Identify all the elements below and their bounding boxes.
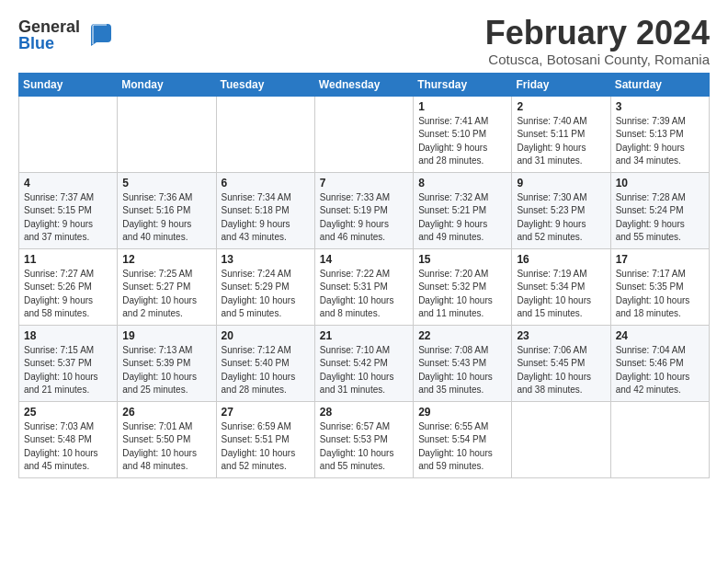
logo-icon: [84, 20, 113, 50]
day-number: 22: [418, 329, 506, 342]
day-info: Sunrise: 7:39 AM Sunset: 5:13 PM Dayligh…: [616, 115, 704, 168]
weekday-sunday: Sunday: [19, 73, 118, 96]
calendar-body: 1Sunrise: 7:41 AM Sunset: 5:10 PM Daylig…: [19, 96, 710, 477]
day-number: 15: [418, 253, 506, 266]
calendar-cell: 13Sunrise: 7:24 AM Sunset: 5:29 PM Dayli…: [216, 248, 314, 325]
calendar-cell: 4Sunrise: 7:37 AM Sunset: 5:15 PM Daylig…: [19, 172, 118, 248]
calendar-cell: 26Sunrise: 7:01 AM Sunset: 5:50 PM Dayli…: [118, 401, 216, 477]
calendar-cell: [610, 401, 709, 477]
calendar-header: Sunday Monday Tuesday Wednesday Thursday…: [19, 73, 710, 96]
calendar-cell: 18Sunrise: 7:15 AM Sunset: 5:37 PM Dayli…: [19, 325, 118, 401]
week-row-3: 18Sunrise: 7:15 AM Sunset: 5:37 PM Dayli…: [19, 325, 710, 401]
calendar-cell: 28Sunrise: 6:57 AM Sunset: 5:53 PM Dayli…: [314, 401, 413, 477]
day-info: Sunrise: 7:08 AM Sunset: 5:43 PM Dayligh…: [418, 344, 506, 397]
day-info: Sunrise: 7:25 AM Sunset: 5:27 PM Dayligh…: [122, 268, 210, 321]
day-number: 2: [517, 100, 605, 113]
day-number: 8: [418, 177, 506, 190]
day-info: Sunrise: 7:22 AM Sunset: 5:31 PM Dayligh…: [320, 268, 408, 321]
weekday-friday: Friday: [512, 73, 610, 96]
logo-text: General Blue: [18, 18, 80, 52]
day-number: 27: [222, 406, 310, 419]
week-row-4: 25Sunrise: 7:03 AM Sunset: 5:48 PM Dayli…: [19, 401, 710, 477]
calendar-cell: [19, 96, 118, 172]
day-info: Sunrise: 7:12 AM Sunset: 5:40 PM Dayligh…: [222, 344, 310, 397]
week-row-1: 4Sunrise: 7:37 AM Sunset: 5:15 PM Daylig…: [19, 172, 710, 248]
calendar-cell: 10Sunrise: 7:28 AM Sunset: 5:24 PM Dayli…: [610, 172, 709, 248]
day-number: 12: [122, 253, 210, 266]
calendar-cell: [216, 96, 314, 172]
day-info: Sunrise: 7:15 AM Sunset: 5:37 PM Dayligh…: [24, 344, 112, 397]
weekday-tuesday: Tuesday: [216, 73, 314, 96]
day-info: Sunrise: 6:59 AM Sunset: 5:51 PM Dayligh…: [222, 420, 310, 474]
calendar-cell: 1Sunrise: 7:41 AM Sunset: 5:10 PM Daylig…: [414, 96, 512, 172]
day-info: Sunrise: 7:33 AM Sunset: 5:19 PM Dayligh…: [320, 191, 408, 245]
day-number: 23: [517, 329, 605, 342]
calendar-cell: 23Sunrise: 7:06 AM Sunset: 5:45 PM Dayli…: [512, 325, 610, 401]
calendar: Sunday Monday Tuesday Wednesday Thursday…: [18, 73, 710, 478]
day-info: Sunrise: 6:57 AM Sunset: 5:53 PM Dayligh…: [320, 420, 408, 474]
week-row-0: 1Sunrise: 7:41 AM Sunset: 5:10 PM Daylig…: [19, 96, 710, 172]
calendar-cell: 29Sunrise: 6:55 AM Sunset: 5:54 PM Dayli…: [414, 401, 512, 477]
calendar-cell: 12Sunrise: 7:25 AM Sunset: 5:27 PM Dayli…: [118, 248, 216, 325]
page: General Blue February 2024 Cotusca, Boto…: [0, 0, 728, 488]
day-info: Sunrise: 7:36 AM Sunset: 5:16 PM Dayligh…: [122, 191, 210, 245]
calendar-cell: 24Sunrise: 7:04 AM Sunset: 5:46 PM Dayli…: [610, 325, 709, 401]
day-number: 3: [616, 100, 704, 113]
calendar-cell: 19Sunrise: 7:13 AM Sunset: 5:39 PM Dayli…: [118, 325, 216, 401]
day-number: 1: [418, 100, 506, 113]
calendar-cell: 20Sunrise: 7:12 AM Sunset: 5:40 PM Dayli…: [216, 325, 314, 401]
calendar-cell: [118, 96, 216, 172]
calendar-cell: 9Sunrise: 7:30 AM Sunset: 5:23 PM Daylig…: [512, 172, 610, 248]
logo-general: General: [18, 18, 80, 35]
calendar-cell: 7Sunrise: 7:33 AM Sunset: 5:19 PM Daylig…: [314, 172, 413, 248]
calendar-cell: 11Sunrise: 7:27 AM Sunset: 5:26 PM Dayli…: [19, 248, 118, 325]
day-number: 10: [616, 177, 704, 190]
weekday-wednesday: Wednesday: [314, 73, 413, 96]
day-number: 6: [222, 177, 310, 190]
day-info: Sunrise: 7:34 AM Sunset: 5:18 PM Dayligh…: [222, 191, 310, 245]
day-info: Sunrise: 7:27 AM Sunset: 5:26 PM Dayligh…: [24, 268, 112, 321]
day-info: Sunrise: 7:10 AM Sunset: 5:42 PM Dayligh…: [320, 344, 408, 397]
calendar-cell: 14Sunrise: 7:22 AM Sunset: 5:31 PM Dayli…: [314, 248, 413, 325]
day-info: Sunrise: 7:24 AM Sunset: 5:29 PM Dayligh…: [222, 268, 310, 321]
day-number: 5: [122, 177, 210, 190]
day-info: Sunrise: 7:20 AM Sunset: 5:32 PM Dayligh…: [418, 268, 506, 321]
day-number: 28: [320, 406, 408, 419]
day-info: Sunrise: 7:17 AM Sunset: 5:35 PM Dayligh…: [616, 268, 704, 321]
day-number: 29: [418, 406, 506, 419]
day-info: Sunrise: 7:41 AM Sunset: 5:10 PM Dayligh…: [418, 115, 506, 168]
calendar-cell: [512, 401, 610, 477]
day-info: Sunrise: 7:13 AM Sunset: 5:39 PM Dayligh…: [122, 344, 210, 397]
day-info: Sunrise: 7:19 AM Sunset: 5:34 PM Dayligh…: [517, 268, 605, 321]
calendar-cell: 22Sunrise: 7:08 AM Sunset: 5:43 PM Dayli…: [414, 325, 512, 401]
calendar-cell: 27Sunrise: 6:59 AM Sunset: 5:51 PM Dayli…: [216, 401, 314, 477]
day-number: 19: [122, 329, 210, 342]
calendar-cell: 6Sunrise: 7:34 AM Sunset: 5:18 PM Daylig…: [216, 172, 314, 248]
day-info: Sunrise: 7:01 AM Sunset: 5:50 PM Dayligh…: [122, 420, 210, 474]
header: General Blue February 2024 Cotusca, Boto…: [18, 15, 710, 67]
weekday-monday: Monday: [118, 73, 216, 96]
day-info: Sunrise: 7:04 AM Sunset: 5:46 PM Dayligh…: [616, 344, 704, 397]
day-number: 9: [517, 177, 605, 190]
day-number: 20: [222, 329, 310, 342]
weekday-thursday: Thursday: [414, 73, 512, 96]
week-row-2: 11Sunrise: 7:27 AM Sunset: 5:26 PM Dayli…: [19, 248, 710, 325]
calendar-cell: [314, 96, 413, 172]
day-number: 25: [24, 406, 112, 419]
day-info: Sunrise: 6:55 AM Sunset: 5:54 PM Dayligh…: [418, 420, 506, 474]
weekday-saturday: Saturday: [610, 73, 709, 96]
subtitle: Cotusca, Botosani County, Romania: [485, 52, 710, 67]
calendar-cell: 25Sunrise: 7:03 AM Sunset: 5:48 PM Dayli…: [19, 401, 118, 477]
calendar-cell: 15Sunrise: 7:20 AM Sunset: 5:32 PM Dayli…: [414, 248, 512, 325]
day-info: Sunrise: 7:06 AM Sunset: 5:45 PM Dayligh…: [517, 344, 605, 397]
day-number: 16: [517, 253, 605, 266]
calendar-cell: 17Sunrise: 7:17 AM Sunset: 5:35 PM Dayli…: [610, 248, 709, 325]
calendar-cell: 21Sunrise: 7:10 AM Sunset: 5:42 PM Dayli…: [314, 325, 413, 401]
day-number: 21: [320, 329, 408, 342]
day-number: 17: [616, 253, 704, 266]
day-info: Sunrise: 7:03 AM Sunset: 5:48 PM Dayligh…: [24, 420, 112, 474]
logo-blue: Blue: [18, 35, 80, 52]
logo: General Blue: [18, 18, 113, 52]
calendar-cell: 8Sunrise: 7:32 AM Sunset: 5:21 PM Daylig…: [414, 172, 512, 248]
day-number: 7: [320, 177, 408, 190]
